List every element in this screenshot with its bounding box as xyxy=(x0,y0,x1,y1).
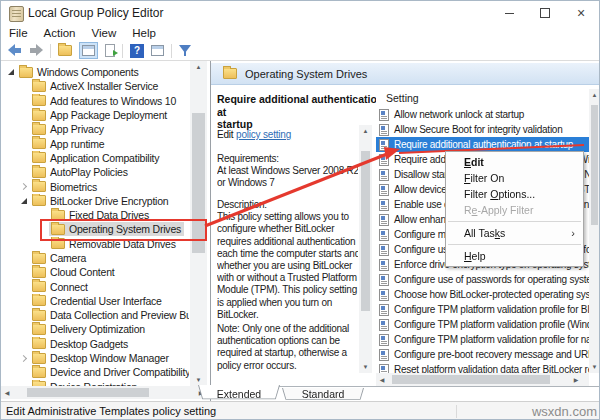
description-scrollbar[interactable]: ▲ ▼ xyxy=(359,125,372,373)
show-action-pane-icon[interactable] xyxy=(151,45,164,56)
scroll-right-icon[interactable]: ▶ xyxy=(570,373,582,386)
export-list-icon[interactable] xyxy=(105,44,115,57)
setting-row[interactable]: Reset platform validation data after Bit… xyxy=(376,362,589,373)
setting-row[interactable]: Configure TPM platform validation profil… xyxy=(376,332,589,347)
context-menu-item[interactable]: Edit xyxy=(446,154,583,170)
back-icon[interactable] xyxy=(8,44,22,57)
list-vertical-scrollbar[interactable]: ▲ ▼ xyxy=(589,89,600,373)
context-menu-item[interactable] xyxy=(448,221,581,222)
policy-setting-icon xyxy=(379,319,389,331)
tree-item-label: Biometrics xyxy=(50,181,97,193)
list-horizontal-scrollbar[interactable]: ◀ ▶ xyxy=(376,373,589,386)
tree-vertical-scrollbar[interactable]: ▲ ▼ xyxy=(190,61,207,386)
tree-item[interactable]: Desktop Window Manager xyxy=(1,351,189,365)
filter-icon[interactable] xyxy=(179,44,191,57)
scroll-up-icon[interactable]: ▲ xyxy=(589,89,600,101)
setting-row[interactable]: Allow network unlock at startup xyxy=(376,107,589,122)
context-menu-item[interactable]: Help xyxy=(446,248,583,264)
menu-item[interactable]: View xyxy=(84,27,125,39)
tree-item[interactable]: Data Collection and Preview Builds xyxy=(1,308,189,322)
local-group-policy-editor-window: Local Group Policy Editor × FileActionVi… xyxy=(0,0,600,420)
policy-setting-link[interactable]: policy setting xyxy=(236,129,291,140)
tree-item[interactable]: Connect xyxy=(1,279,189,293)
minimize-button[interactable] xyxy=(491,1,527,25)
maximize-button[interactable] xyxy=(527,1,563,25)
scroll-down-icon[interactable]: ▼ xyxy=(589,361,600,373)
setting-row[interactable]: Allow Secure Boot for integrity validati… xyxy=(376,122,589,137)
panel-divider[interactable] xyxy=(210,61,211,401)
setting-row[interactable]: Choose how BitLocker-protected operating… xyxy=(376,287,589,302)
view-tab[interactable]: Standard xyxy=(282,387,364,401)
folder-icon xyxy=(51,238,65,249)
tree-item[interactable]: App Privacy xyxy=(1,122,189,136)
tree-item[interactable]: App Package Deployment xyxy=(1,108,189,122)
tree-item-label: Connect xyxy=(50,281,88,293)
tree-item[interactable]: Application Compatibility xyxy=(1,151,189,165)
menu-item[interactable]: Help xyxy=(124,27,164,39)
setting-label: Reset platform validation data after Bit… xyxy=(394,364,589,373)
tree-chevron-icon[interactable] xyxy=(18,198,30,204)
folder-icon xyxy=(19,67,33,78)
folder-icon xyxy=(32,253,46,264)
title-bar: Local Group Policy Editor × xyxy=(1,1,599,26)
setting-row[interactable]: Require additional authentication at sta… xyxy=(376,137,589,152)
tree-item[interactable]: Operating System Drives xyxy=(1,222,189,236)
policy-setting-icon xyxy=(379,289,389,301)
tree-item[interactable]: Removable Data Drives xyxy=(1,237,189,251)
scroll-down-icon[interactable]: ▼ xyxy=(359,361,372,373)
setting-row[interactable]: Configure pre-boot recovery message and … xyxy=(376,347,589,362)
context-menu-item[interactable] xyxy=(448,244,581,245)
setting-label: Allow network unlock at startup xyxy=(394,109,524,120)
setting-row[interactable]: Configure use of passwords for operating… xyxy=(376,272,589,287)
context-menu-item[interactable]: Filter On xyxy=(446,170,583,186)
tree-horizontal-scrollbar[interactable]: ◀ ▶ xyxy=(1,386,207,399)
context-menu-item[interactable]: Re-Apply Filter xyxy=(446,202,583,218)
folder-icon xyxy=(32,138,46,149)
tree-item[interactable]: Delivery Optimization xyxy=(1,322,189,336)
tree-item[interactable]: ActiveX Installer Service xyxy=(1,79,189,93)
folder-icon xyxy=(32,367,46,378)
tree-item[interactable]: Device and Driver Compatibility xyxy=(1,365,189,379)
view-tab[interactable]: Extended xyxy=(198,387,280,401)
tree-chevron-icon[interactable] xyxy=(18,356,30,361)
policy-setting-icon xyxy=(379,334,389,346)
tree-chevron-icon[interactable] xyxy=(5,69,17,75)
scroll-left-icon[interactable]: ◀ xyxy=(1,386,13,399)
tree-item[interactable]: Desktop Gadgets xyxy=(1,337,189,351)
up-one-level-icon[interactable] xyxy=(58,45,72,56)
context-menu-item[interactable]: Filter Options... xyxy=(446,186,583,202)
tree-item[interactable]: Biometrics xyxy=(1,179,189,193)
tree-item[interactable]: Fixed Data Drives xyxy=(1,208,189,222)
tree-chevron-icon[interactable] xyxy=(18,184,30,189)
help-icon[interactable] xyxy=(130,44,144,58)
tree-item[interactable]: BitLocker Drive Encryption xyxy=(1,194,189,208)
menu-item[interactable]: Action xyxy=(36,27,84,39)
tree-item-label: Data Collection and Preview Builds xyxy=(50,309,189,321)
tree-item-label: App runtime xyxy=(50,138,104,150)
tree-item[interactable]: AutoPlay Policies xyxy=(1,165,189,179)
tree-item-label: Add features to Windows 10 xyxy=(50,95,176,107)
scroll-up-icon[interactable]: ▲ xyxy=(359,125,372,137)
tree-item[interactable]: Cloud Content xyxy=(1,265,189,279)
forward-icon[interactable] xyxy=(29,44,43,57)
folder-icon xyxy=(51,210,65,221)
tree-item[interactable]: Windows Components xyxy=(1,65,189,79)
close-button[interactable]: × xyxy=(563,1,599,25)
settings-column-header[interactable]: Setting xyxy=(376,89,589,107)
tree-item[interactable]: Camera xyxy=(1,251,189,265)
tree-item[interactable]: Credential User Interface xyxy=(1,294,189,308)
tree-item-label: Delivery Optimization xyxy=(50,323,145,335)
policy-setting-icon xyxy=(379,124,389,136)
tree-item[interactable]: App runtime xyxy=(1,136,189,150)
folder-icon xyxy=(32,167,46,178)
tree-item-label: Device and Driver Compatibility xyxy=(50,366,189,378)
scroll-up-icon[interactable]: ▲ xyxy=(190,61,207,73)
context-menu-item[interactable]: All Tasks › xyxy=(446,225,583,241)
show-console-tree-toggle[interactable] xyxy=(79,42,98,59)
tree-item[interactable]: Add features to Windows 10 xyxy=(1,94,189,108)
menu-item[interactable]: File xyxy=(1,27,36,39)
setting-row[interactable]: Configure TPM platform validation profil… xyxy=(376,317,589,332)
tree-item-label: Application Compatibility xyxy=(50,152,159,164)
setting-row[interactable]: Configure TPM platform validation profil… xyxy=(376,302,589,317)
scroll-left-icon[interactable]: ◀ xyxy=(376,373,388,386)
